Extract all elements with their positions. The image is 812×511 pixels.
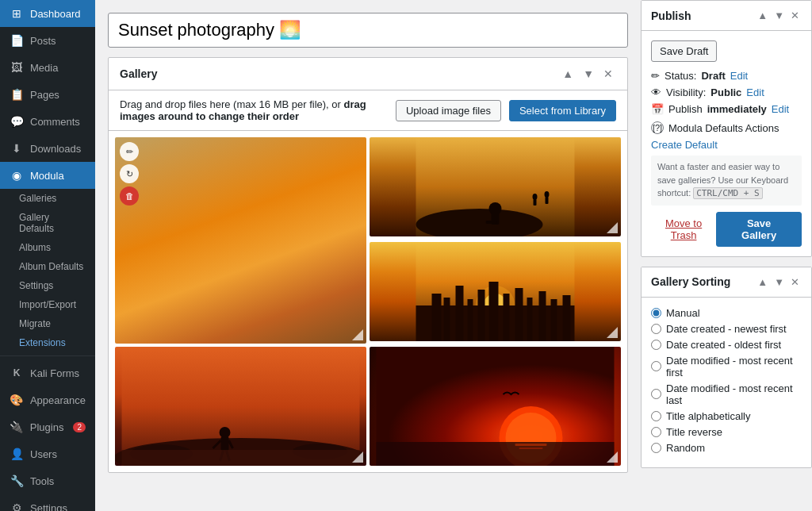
resize-handle-2[interactable] (607, 222, 618, 233)
gallery-item-cityscape[interactable] (370, 242, 621, 341)
create-default-link[interactable]: Create Default (651, 139, 802, 151)
sorting-up-btn[interactable]: ▲ (755, 275, 770, 289)
plugins-icon: 🔌 (10, 420, 24, 434)
sorting-label-title-alpha[interactable]: Title alphabetically (666, 410, 750, 422)
svg-rect-8 (546, 197, 549, 204)
svg-rect-20 (515, 288, 523, 341)
gallery-item-sun[interactable] (370, 347, 621, 466)
gallery-item-photographer[interactable]: ✏ ↻ 🗑 (115, 137, 366, 344)
sidebar-item-appearance[interactable]: 🎨 Appearance (0, 386, 95, 413)
visibility-edit-link[interactable]: Edit (746, 86, 764, 98)
sorting-label-manual[interactable]: Manual (666, 307, 700, 319)
publish-panel-close-btn[interactable]: ✕ (788, 9, 802, 22)
sorting-panel-controls: ▲ ▼ ✕ (755, 275, 802, 289)
submenu-settings[interactable]: Settings (0, 276, 95, 295)
sorting-close-btn[interactable]: ✕ (788, 275, 802, 289)
sidebar-item-kali-forms[interactable]: K Kali Forms (0, 359, 95, 386)
save-gallery-btn[interactable]: Save Gallery (716, 212, 802, 247)
svg-rect-41 (519, 448, 543, 449)
gallery-collapse-down-btn[interactable]: ▼ (580, 66, 597, 82)
sorting-option-date-newest: Date created - newest first (651, 323, 802, 335)
sorting-label-date-newest[interactable]: Date created - newest first (666, 323, 787, 335)
upload-image-files-btn[interactable]: Upload image files (396, 100, 501, 121)
resize-handle[interactable] (352, 329, 363, 340)
sorting-radio-modified-recent[interactable] (651, 361, 661, 371)
sidebar-item-pages[interactable]: 📋 Pages (0, 81, 95, 108)
submenu-galleries[interactable]: Galleries (0, 189, 95, 208)
resize-handle-3[interactable] (607, 327, 618, 338)
sidebar-item-comments[interactable]: 💬 Comments (0, 108, 95, 135)
sorting-panel-title: Gallery Sorting (651, 275, 730, 288)
publish-panel-down-btn[interactable]: ▼ (772, 9, 787, 22)
publish-panel-body: Save Draft ✏ Status: Draft Edit 👁 Visibi… (642, 31, 811, 256)
svg-rect-30 (221, 436, 229, 451)
shortcut-info: Want a faster and easier way to save gal… (651, 156, 802, 206)
resize-handle-5[interactable] (607, 451, 618, 463)
sorting-down-btn[interactable]: ▼ (772, 275, 787, 289)
svg-point-29 (220, 427, 231, 438)
page-title-input[interactable] (108, 13, 628, 48)
gallery-collapse-up-btn[interactable]: ▲ (559, 66, 576, 82)
sidebar-item-modula[interactable]: ◉ Modula (0, 162, 95, 189)
move-to-trash-btn[interactable]: Move to Trash (651, 217, 716, 241)
sidebar-item-media[interactable]: 🖼 Media (0, 54, 95, 81)
users-icon: 👤 (10, 447, 24, 461)
submenu-gallery-defaults[interactable]: Gallery Defaults (0, 208, 95, 238)
svg-rect-19 (504, 294, 510, 341)
svg-rect-16 (468, 299, 473, 341)
sorting-radio-date-newest[interactable] (651, 324, 661, 334)
status-value: Draft (701, 70, 725, 82)
sidebar-item-plugins[interactable]: 🔌 Plugins 2 (0, 413, 95, 440)
delete-icon[interactable]: 🗑 (120, 186, 139, 206)
comments-icon: 💬 (10, 114, 24, 129)
sorting-label-title-reverse[interactable]: Title reverse (666, 426, 722, 438)
svg-rect-39 (377, 442, 615, 466)
submenu-import-export[interactable]: Import/Export (0, 295, 95, 314)
gallery-item-ocean[interactable] (115, 347, 366, 466)
sorting-radio-date-oldest[interactable] (651, 340, 661, 350)
publish-panel-up-btn[interactable]: ▲ (755, 9, 770, 22)
edit-icon[interactable]: ✏ (120, 142, 139, 161)
sidebar-item-downloads[interactable]: ⬇ Downloads (0, 135, 95, 162)
sidebar-item-tools[interactable]: 🔧 Tools (0, 467, 95, 494)
svg-rect-14 (444, 298, 450, 341)
publish-panel-controls: ▲ ▼ ✕ (755, 9, 802, 22)
status-edit-link[interactable]: Edit (730, 70, 748, 82)
submenu-migrate[interactable]: Migrate (0, 314, 95, 333)
main-content: Gallery ▲ ▼ ✕ Drag and drop files here (… (95, 0, 641, 511)
resize-handle-4[interactable] (352, 451, 363, 463)
svg-rect-18 (489, 282, 499, 341)
submenu-album-defaults[interactable]: Album Defaults (0, 257, 95, 276)
gallery-item-silhouette[interactable] (370, 137, 621, 236)
shortcut-keys: CTRL/CMD + S (693, 187, 762, 199)
sidebar-item-users[interactable]: 👤 Users (0, 440, 95, 467)
save-draft-btn[interactable]: Save Draft (651, 40, 717, 62)
sorting-label-modified-recent[interactable]: Date modified - most recent first (666, 355, 802, 378)
gallery-close-btn[interactable]: ✕ (600, 66, 616, 82)
select-from-library-btn[interactable]: Select from Library (509, 100, 616, 121)
sorting-label-random[interactable]: Random (666, 442, 705, 454)
defaults-row: [?] Modula Defaults Actions (651, 121, 802, 134)
sorting-radio-modified-last[interactable] (651, 389, 661, 399)
tools-icon: 🔧 (10, 474, 24, 488)
sorting-option-date-oldest: Date created - oldest first (651, 339, 802, 351)
sidebar-item-posts[interactable]: 📄 Posts (0, 27, 95, 54)
publish-panel: Publish ▲ ▼ ✕ Save Draft ✏ Status: Draft… (641, 0, 812, 257)
sorting-radio-random[interactable] (651, 443, 661, 453)
sorting-radio-manual[interactable] (651, 308, 661, 318)
submenu-albums[interactable]: Albums (0, 238, 95, 257)
share-icon[interactable]: ↻ (120, 164, 139, 183)
gallery-box: Gallery ▲ ▼ ✕ Drag and drop files here (… (108, 57, 628, 473)
sorting-panel-body: Manual Date created - newest first Date … (642, 298, 811, 467)
gallery-toolbar-text: Drag and drop files here (max 16 MB per … (120, 98, 388, 122)
publish-edit-link[interactable]: Edit (772, 103, 789, 115)
sorting-label-date-oldest[interactable]: Date created - oldest first (666, 339, 781, 351)
sidebar-item-settings[interactable]: ⚙ Settings (0, 494, 95, 511)
sorting-label-modified-last[interactable]: Date modified - most recent last (666, 382, 802, 406)
sorting-radio-title-alpha[interactable] (651, 411, 661, 421)
sorting-option-title-reverse: Title reverse (651, 426, 802, 438)
submenu-extensions[interactable]: Extensions (0, 333, 95, 352)
sidebar-item-dashboard[interactable]: ⊞ Dashboard (0, 0, 95, 27)
gallery-header: Gallery ▲ ▼ ✕ (109, 58, 627, 90)
sorting-radio-title-reverse[interactable] (651, 427, 661, 437)
